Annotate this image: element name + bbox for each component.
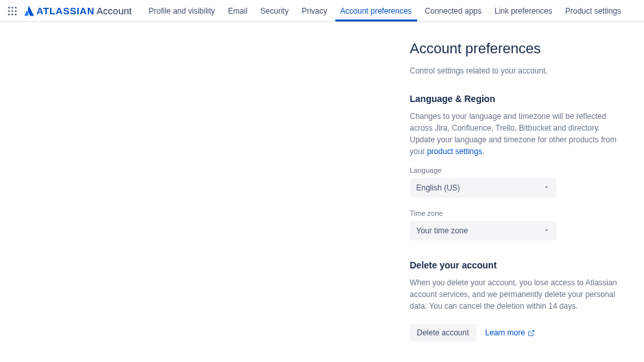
nav-item-security[interactable]: Security [255, 0, 294, 21]
nav-item-privacy[interactable]: Privacy [296, 0, 332, 21]
page-title: Account preferences [410, 40, 625, 57]
delete-actions: Delete account Learn more [410, 324, 625, 342]
svg-point-2 [15, 6, 17, 8]
timezone-label: Time zone [410, 209, 625, 217]
timezone-select[interactable]: Your time zone [410, 221, 556, 240]
atlassian-logo-icon [23, 6, 34, 16]
language-value: English (US) [417, 183, 460, 192]
chevron-down-icon [543, 183, 550, 192]
external-link-icon [528, 330, 535, 337]
svg-line-9 [531, 330, 534, 333]
brand-account: Account [97, 5, 132, 16]
main-content: Account preferences Control settings rel… [7, 22, 638, 342]
timezone-value: Your time zone [417, 226, 469, 235]
top-nav: Profile and visibilityEmailSecurityPriva… [144, 0, 626, 21]
svg-point-8 [15, 13, 17, 15]
svg-point-3 [8, 10, 10, 12]
language-region-section: Language & Region Changes to your langua… [410, 94, 625, 240]
app-switcher-icon[interactable] [6, 5, 18, 17]
header: ATLASSIAN Account Profile and visibility… [0, 0, 644, 22]
language-select[interactable]: English (US) [410, 178, 556, 198]
lang-region-desc: Changes to your language and timezone wi… [410, 110, 625, 157]
learn-more-link[interactable]: Learn more [485, 328, 535, 337]
brand-atlassian: ATLASSIAN [36, 5, 94, 16]
language-label: Language [410, 166, 625, 174]
delete-account-button[interactable]: Delete account [410, 324, 476, 342]
lang-region-desc-after: . [482, 147, 484, 156]
page-subtitle: Control settings related to your account… [410, 66, 625, 75]
brand-text: ATLASSIAN Account [36, 5, 132, 16]
nav-item-account-preferences[interactable]: Account preferences [335, 0, 417, 21]
nav-item-link-preferences[interactable]: Link preferences [489, 0, 558, 21]
nav-item-product-settings[interactable]: Product settings [560, 0, 626, 21]
chevron-down-icon [543, 226, 550, 235]
delete-desc: When you delete your account, you lose a… [410, 277, 625, 312]
brand[interactable]: ATLASSIAN Account [23, 5, 132, 16]
learn-more-text: Learn more [485, 328, 525, 337]
lang-region-title: Language & Region [410, 94, 625, 104]
svg-point-7 [12, 13, 14, 15]
nav-item-email[interactable]: Email [223, 0, 253, 21]
svg-point-5 [15, 10, 17, 12]
delete-title: Delete your account [410, 260, 625, 270]
delete-account-section: Delete your account When you delete your… [410, 260, 625, 342]
product-settings-link[interactable]: product settings [427, 147, 482, 156]
nav-item-profile-and-visibility[interactable]: Profile and visibility [144, 0, 220, 21]
svg-point-4 [12, 10, 14, 12]
svg-point-1 [12, 6, 14, 8]
svg-point-0 [8, 6, 10, 8]
nav-item-connected-apps[interactable]: Connected apps [420, 0, 487, 21]
svg-point-6 [8, 13, 10, 15]
